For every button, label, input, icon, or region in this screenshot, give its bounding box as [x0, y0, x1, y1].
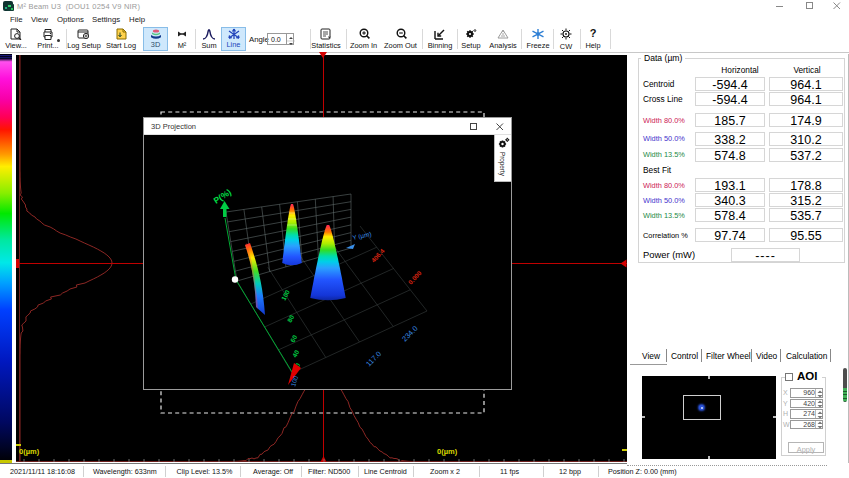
svg-text:0.000: 0.000 [407, 269, 423, 286]
svg-text:P(%): P(%) [212, 187, 234, 206]
svg-text:80: 80 [286, 314, 296, 324]
svg-text:234.0: 234.0 [400, 324, 419, 343]
svg-text:40: 40 [291, 349, 301, 359]
svg-text:Y (µm): Y (µm) [352, 230, 372, 242]
svg-text:117.0: 117.0 [364, 349, 383, 368]
svg-text:60: 60 [289, 334, 299, 344]
